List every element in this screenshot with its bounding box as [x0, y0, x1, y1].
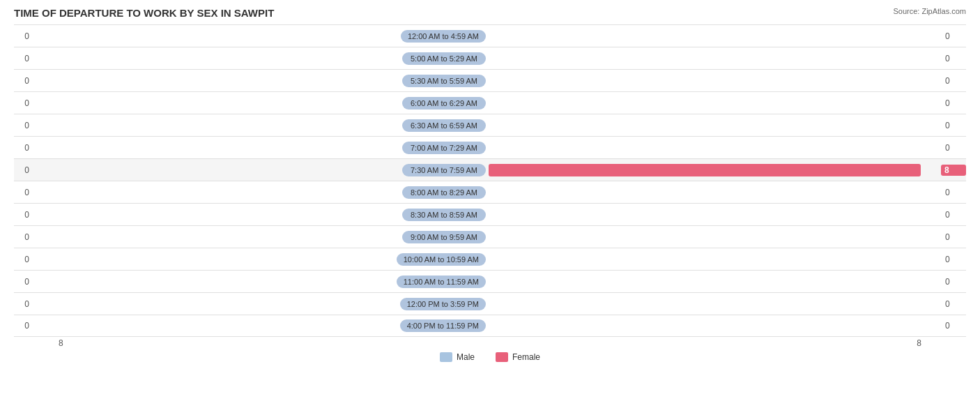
bars-center: 12:00 PM to 3:59 PM: [33, 293, 941, 315]
male-side: 5:00 AM to 5:29 AM: [33, 47, 487, 69]
legend-male: Male: [440, 352, 475, 362]
chart-area: 012:00 AM to 4:59 AM005:00 AM to 5:29 AM…: [14, 24, 966, 337]
time-label: 12:00 PM to 3:59 PM: [400, 298, 486, 310]
left-value: 0: [14, 255, 33, 264]
female-side: [487, 181, 941, 203]
left-value: 0: [14, 143, 33, 153]
left-value: 0: [14, 31, 33, 41]
female-side: [487, 47, 941, 69]
time-label: 7:00 AM to 7:29 AM: [402, 142, 486, 154]
bars-center: 5:30 AM to 5:59 AM: [33, 70, 941, 91]
female-side: [487, 92, 941, 114]
right-value: 0: [941, 143, 966, 153]
bars-center: 10:00 AM to 10:59 AM: [33, 248, 941, 270]
female-swatch: [496, 352, 508, 362]
bars-center: 7:00 AM to 7:29 AM: [33, 137, 941, 158]
female-side: [487, 137, 941, 158]
male-side: 7:30 AM to 7:59 AM: [33, 159, 487, 181]
female-side: [487, 271, 941, 292]
male-swatch: [440, 352, 452, 362]
male-side: 5:30 AM to 5:59 AM: [33, 70, 487, 91]
male-side: 12:00 PM to 3:59 PM: [33, 293, 487, 315]
legend-row: Male Female: [14, 352, 966, 362]
female-label: Female: [512, 352, 540, 362]
right-value: 8: [941, 165, 966, 176]
legend-female: Female: [496, 352, 540, 362]
right-value: 0: [941, 299, 966, 309]
right-value: 0: [941, 98, 966, 108]
bar-row: 011:00 AM to 11:59 AM0: [14, 270, 966, 292]
time-label: 7:30 AM to 7:59 AM: [402, 164, 486, 176]
axis-right: 8: [917, 338, 921, 348]
bar-row: 08:00 AM to 8:29 AM0: [14, 181, 966, 203]
right-value: 0: [941, 54, 966, 63]
right-value: 0: [941, 188, 966, 197]
female-side: [487, 25, 941, 47]
bars-center: 6:00 AM to 6:29 AM: [33, 92, 941, 114]
female-side: [487, 114, 941, 136]
time-label: 6:00 AM to 6:29 AM: [402, 97, 486, 110]
bottom-axis: 8 8: [14, 338, 966, 348]
left-value: 0: [14, 165, 33, 175]
time-label: 6:30 AM to 6:59 AM: [402, 119, 486, 132]
axis-left: 8: [59, 338, 63, 348]
male-side: 8:00 AM to 8:29 AM: [33, 181, 487, 203]
bar-row: 07:00 AM to 7:29 AM0: [14, 136, 966, 158]
time-label: 5:30 AM to 5:59 AM: [402, 75, 486, 87]
bar-row: 06:30 AM to 6:59 AM0: [14, 114, 966, 136]
left-value: 0: [14, 98, 33, 108]
right-value: 0: [941, 210, 966, 220]
left-value: 0: [14, 121, 33, 130]
left-value: 0: [14, 232, 33, 242]
right-value: 0: [941, 277, 966, 287]
male-side: 12:00 AM to 4:59 AM: [33, 25, 487, 47]
time-label: 4:00 PM to 11:59 PM: [400, 319, 486, 332]
bar-row: 012:00 PM to 3:59 PM0: [14, 292, 966, 315]
left-value: 0: [14, 321, 33, 331]
right-value: 0: [941, 76, 966, 86]
left-value: 0: [14, 299, 33, 309]
bar-row: 07:30 AM to 7:59 AM8: [14, 158, 966, 181]
time-label: 8:00 AM to 8:29 AM: [402, 186, 486, 199]
bar-row: 06:00 AM to 6:29 AM0: [14, 91, 966, 114]
time-label: 5:00 AM to 5:29 AM: [402, 52, 486, 65]
left-value: 0: [14, 54, 33, 63]
female-side: [487, 159, 941, 181]
bars-center: 8:30 AM to 8:59 AM: [33, 204, 941, 225]
male-side: 11:00 AM to 11:59 AM: [33, 271, 487, 292]
male-side: 4:00 PM to 11:59 PM: [33, 315, 487, 336]
bars-center: 7:30 AM to 7:59 AM: [33, 159, 941, 181]
bar-row: 09:00 AM to 9:59 AM0: [14, 225, 966, 248]
chart-title: TIME OF DEPARTURE TO WORK BY SEX IN SAWP…: [14, 7, 274, 19]
male-side: 7:00 AM to 7:29 AM: [33, 137, 487, 158]
bar-row: 012:00 AM to 4:59 AM0: [14, 24, 966, 47]
male-side: 8:30 AM to 8:59 AM: [33, 204, 487, 225]
bars-center: 11:00 AM to 11:59 AM: [33, 271, 941, 292]
right-value: 0: [941, 255, 966, 264]
title-row: TIME OF DEPARTURE TO WORK BY SEX IN SAWP…: [14, 7, 966, 19]
right-value: 0: [941, 31, 966, 41]
bars-center: 4:00 PM to 11:59 PM: [33, 315, 941, 336]
bars-center: 6:30 AM to 6:59 AM: [33, 114, 941, 136]
left-value: 0: [14, 76, 33, 86]
bars-center: 9:00 AM to 9:59 AM: [33, 226, 941, 248]
left-value: 0: [14, 210, 33, 220]
female-side: [487, 293, 941, 315]
time-label: 10:00 AM to 10:59 AM: [397, 253, 486, 266]
male-side: 6:30 AM to 6:59 AM: [33, 114, 487, 136]
left-value: 0: [14, 277, 33, 287]
male-label: Male: [457, 352, 475, 362]
female-bar: [489, 164, 921, 176]
female-side: [487, 70, 941, 91]
right-value: 0: [941, 321, 966, 331]
bar-row: 04:00 PM to 11:59 PM0: [14, 315, 966, 337]
female-side: [487, 248, 941, 270]
female-side: [487, 226, 941, 248]
chart-container: TIME OF DEPARTURE TO WORK BY SEX IN SAWP…: [0, 0, 980, 415]
source-text: Source: ZipAtlas.com: [893, 7, 966, 15]
bars-center: 8:00 AM to 8:29 AM: [33, 181, 941, 203]
bar-row: 05:30 AM to 5:59 AM0: [14, 69, 966, 91]
bar-row: 05:00 AM to 5:29 AM0: [14, 47, 966, 69]
male-side: 6:00 AM to 6:29 AM: [33, 92, 487, 114]
right-value: 0: [941, 121, 966, 130]
